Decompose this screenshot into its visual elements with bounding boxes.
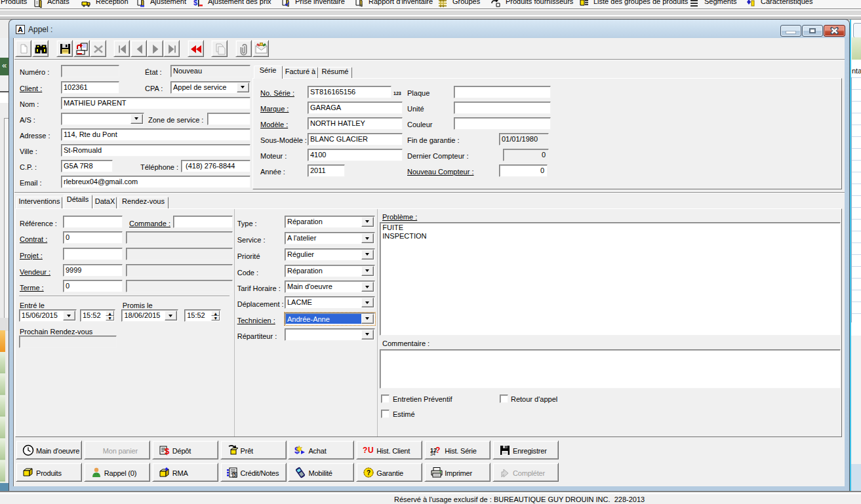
- svg-text:$: $: [165, 446, 170, 456]
- svg-text:5: 5: [233, 473, 236, 477]
- svg-text:?: ?: [435, 446, 440, 455]
- svg-text:$: $: [193, 0, 197, 7]
- svg-text:U: U: [368, 446, 374, 455]
- svg-text:34: 34: [430, 452, 435, 456]
- svg-text:?: ?: [363, 446, 367, 455]
- svg-text:?: ?: [367, 469, 370, 476]
